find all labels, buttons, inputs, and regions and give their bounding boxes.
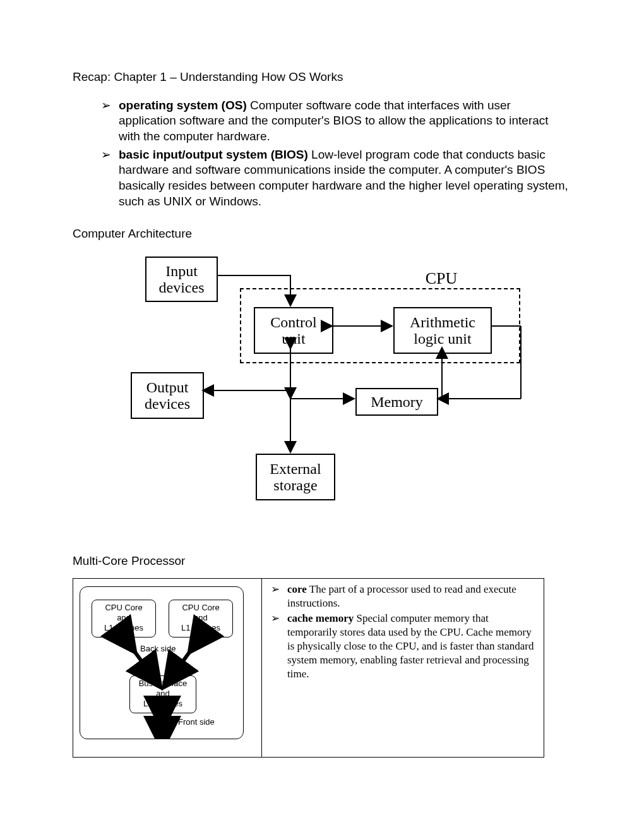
definition-item: ➢ cache memory Special computer memory t… <box>271 612 536 681</box>
definition-item: ➢ basic input/output system (BIOS) Low-l… <box>101 147 571 210</box>
page-title: Recap: Chapter 1 – Understanding How OS … <box>73 70 571 85</box>
multicore-diagram-cell: CPU Core and L1 Caches CPU Core and L1 C… <box>73 579 262 757</box>
bullet-icon: ➢ <box>101 98 119 145</box>
multicore-table: CPU Core and L1 Caches CPU Core and L1 C… <box>73 578 544 758</box>
architecture-diagram: Input devices CPU Control unit Arithmeti… <box>79 250 578 516</box>
definition-list: ➢ operating system (OS) Computer softwar… <box>73 98 571 210</box>
multicore-diagram: CPU Core and L1 Caches CPU Core and L1 C… <box>80 586 244 739</box>
definition-text: core The part of a processor used to rea… <box>287 583 536 610</box>
svg-line-6 <box>124 638 150 672</box>
definition-item: ➢ core The part of a processor used to r… <box>271 583 536 610</box>
bullet-icon: ➢ <box>271 583 287 610</box>
multicore-definitions: ➢ core The part of a processor used to r… <box>262 579 544 757</box>
arch-arrows <box>79 250 578 516</box>
svg-line-7 <box>175 638 200 672</box>
section-heading-multicore: Multi-Core Processor <box>73 553 571 569</box>
bullet-icon: ➢ <box>101 147 119 210</box>
multicore-arrows <box>80 587 243 739</box>
section-heading-architecture: Computer Architecture <box>73 226 571 242</box>
definition-item: ➢ operating system (OS) Computer softwar… <box>101 98 571 145</box>
definition-text: operating system (OS) Computer software … <box>119 98 571 145</box>
bullet-icon: ➢ <box>271 612 287 681</box>
definition-text: cache memory Special computer memory tha… <box>287 612 536 681</box>
definition-text: basic input/output system (BIOS) Low-lev… <box>119 147 571 210</box>
